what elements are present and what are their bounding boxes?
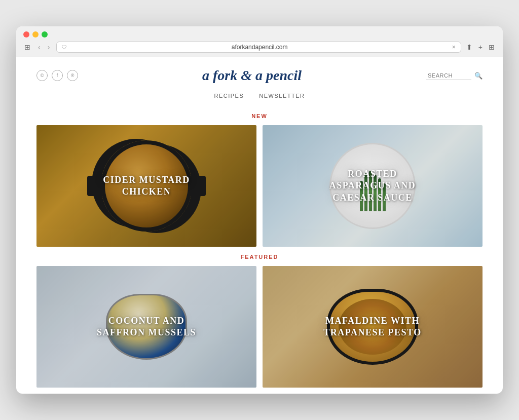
browser-toolbar: ⊞ ‹ › 🛡 aforkandapencil.com × ⬆ + ⊞	[23, 42, 496, 53]
search-input[interactable]	[426, 71, 471, 80]
site-title: a fork & a pencil	[78, 67, 426, 84]
url-display: aforkandapencil.com	[70, 44, 449, 51]
new-tab-button[interactable]: +	[477, 42, 484, 52]
section-label-new: NEW	[16, 113, 503, 119]
site-nav: RECIPES NEWSLETTER	[16, 89, 503, 106]
nav-newsletter[interactable]: NEWSLETTER	[259, 93, 305, 99]
site-header: © f ® a fork & a pencil 🔍	[16, 57, 503, 89]
browser-window: ⊞ ‹ › 🛡 aforkandapencil.com × ⬆ + ⊞ © f	[16, 26, 503, 394]
recipe-card-mussels[interactable]: COCONUT ANDSAFFRON MUSSELS	[36, 266, 256, 388]
close-button[interactable]	[23, 31, 29, 37]
featured-recipes-grid: COCONUT ANDSAFFRON MUSSELS MAFALDINE WIT…	[16, 266, 503, 388]
maximize-button[interactable]	[42, 31, 48, 37]
back-button[interactable]: ‹	[35, 42, 43, 52]
search-icon[interactable]: 🔍	[474, 72, 483, 80]
recipe-card-asparagus[interactable]: ROASTEDASPARAGUS ANDCAESAR SAUCE	[263, 125, 483, 247]
section-label-featured: FEATURED	[16, 254, 503, 260]
nav-recipes[interactable]: RECIPES	[214, 93, 244, 99]
grid-button[interactable]: ⊞	[488, 42, 496, 52]
social-icons: © f ®	[36, 70, 78, 81]
search-area: 🔍	[426, 71, 483, 80]
browser-chrome: ⊞ ‹ › 🛡 aforkandapencil.com × ⬆ + ⊞	[16, 26, 503, 57]
recipe-title-asparagus: ROASTEDASPARAGUS ANDCAESAR SAUCE	[263, 158, 483, 214]
social-icon-copy[interactable]: ©	[36, 70, 48, 81]
share-button[interactable]: ⬆	[465, 42, 473, 52]
recipe-card-pasta[interactable]: MAFALDINE WITHTRAPANESE PESTO	[263, 266, 483, 388]
social-icon-registered[interactable]: ®	[67, 70, 78, 81]
address-bar[interactable]: 🛡 aforkandapencil.com ×	[56, 42, 461, 53]
recipe-title-cider: CIDER MUSTARDCHICKEN	[36, 164, 256, 208]
minimize-button[interactable]	[32, 31, 39, 37]
website-content: © f ® a fork & a pencil 🔍 RECIPES NEWSLE…	[16, 57, 503, 388]
nav-buttons: ‹ ›	[35, 42, 52, 52]
recipe-title-mussels: COCONUT ANDSAFFRON MUSSELS	[36, 305, 256, 349]
security-icon: 🛡	[62, 45, 67, 50]
forward-button[interactable]: ›	[45, 42, 53, 52]
traffic-lights	[23, 31, 496, 37]
tab-close-icon[interactable]: ×	[452, 44, 456, 51]
new-recipes-grid: CIDER MUSTARDCHICKEN	[16, 125, 503, 247]
browser-actions: ⬆ + ⊞	[465, 42, 496, 52]
recipe-title-pasta: MAFALDINE WITHTRAPANESE PESTO	[263, 305, 483, 349]
sidebar-toggle-button[interactable]: ⊞	[23, 42, 31, 52]
social-icon-facebook[interactable]: f	[52, 70, 63, 81]
recipe-card-cider[interactable]: CIDER MUSTARDCHICKEN	[36, 125, 256, 247]
